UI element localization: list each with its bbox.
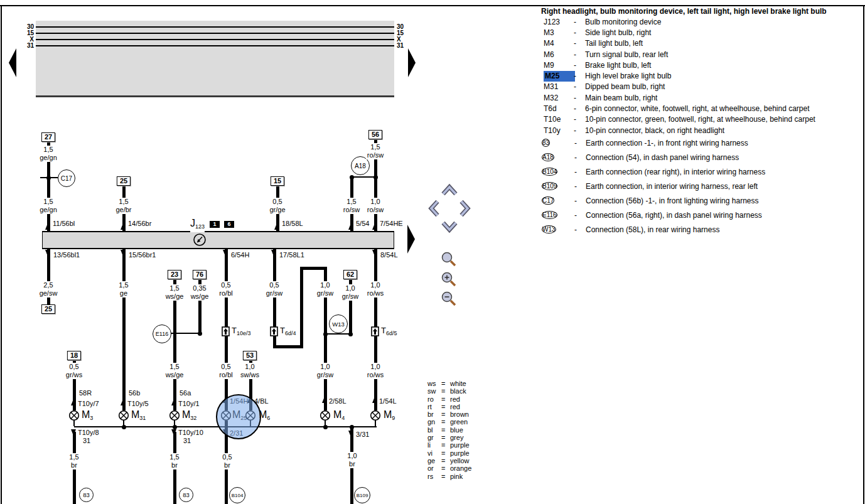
legend-row-83[interactable]: 83-Earth connection -1-, in front right … (541, 136, 864, 150)
bulb-m9-icon[interactable] (370, 410, 381, 421)
terminal-box-23[interactable]: 23 (168, 270, 181, 279)
bulb-m9-label: M9 (384, 409, 395, 424)
color-key-row: gn=green (427, 418, 471, 426)
terminal-label: 3/31 (355, 431, 370, 438)
legend-row-e116[interactable]: E116-Connection (56a, right), in dash pa… (541, 208, 864, 222)
terminal-box-53[interactable]: 53 (243, 351, 257, 360)
legend-row-m32[interactable]: M32-Main beam bulb, right (541, 92, 864, 103)
wire-label: 1,5ws/ge (164, 284, 185, 301)
legend-row-m25-selected[interactable]: M25-High level brake light bulb (541, 70, 864, 81)
legend-row-t10e[interactable]: T10e-10-pin connector, green, footwell, … (541, 114, 864, 125)
bulb-check-icon (193, 233, 207, 247)
wire-label: 0,35ws/ge (190, 284, 210, 301)
legend-row-j123[interactable]: J123-Bulb monitoring device (541, 16, 864, 27)
busbar-label-31-right: 31 (397, 42, 404, 49)
legend-row-m4[interactable]: M4-Tail light bulb, left (541, 38, 864, 49)
connector-t6d4-icon (270, 326, 278, 336)
page-right-arrow[interactable] (408, 48, 416, 77)
pin-label: 7/54HE (379, 220, 404, 227)
arrow-up-icon (274, 223, 279, 230)
arrow-up-icon (372, 397, 377, 403)
terminal-box-25-top[interactable]: 25 (117, 176, 131, 186)
arrow-down-icon (71, 429, 76, 436)
wire-label: 1,5ge/gn (38, 198, 58, 214)
pan-control[interactable] (427, 183, 472, 233)
connection-w13-circle: W13 (542, 225, 556, 233)
bulb-m3-icon[interactable] (68, 410, 80, 421)
legend-row-t10y[interactable]: T10y-10-pin connector, black, on right h… (541, 125, 864, 136)
legend-row-m9[interactable]: M9-Brake light bulb, left (541, 60, 864, 70)
terminal-label: T10y/1 (178, 400, 200, 407)
connector-t6d4-label: T6d/4 (279, 326, 296, 338)
earth-83-circle[interactable]: 83 (179, 488, 193, 502)
color-key-row: sw=black (427, 387, 471, 395)
busbar-line-31 (36, 45, 394, 46)
zoom-out-icon[interactable] (441, 291, 457, 307)
color-key-row: ge=yellow (427, 457, 471, 464)
connector-t6d5-icon (371, 326, 379, 336)
m25-highlight-circle (216, 394, 261, 439)
bulb-m31-icon[interactable] (118, 410, 129, 421)
arrow-up-icon (121, 399, 126, 405)
terminal-box-18[interactable]: 18 (67, 351, 81, 360)
pin-label: 5/54 (355, 220, 370, 227)
legend-row-m6[interactable]: M6-Turn signal bulb, rear left (541, 49, 864, 60)
earth-b104-circle[interactable]: B104 (229, 487, 245, 503)
legend-row-b104[interactable]: B104-Earth connection (rear right), in i… (541, 164, 864, 179)
color-key-row: li=purple (427, 441, 471, 449)
arrow-down-icon (372, 250, 377, 256)
terminal-box-76[interactable]: 76 (193, 270, 207, 279)
wire-label: 1,5ws/ge (164, 363, 185, 379)
zoom-in-icon[interactable] (441, 271, 457, 287)
legend-row-b109[interactable]: B109-Earth connection, in interior wirin… (541, 179, 864, 193)
bar-continuation-arrow[interactable] (407, 225, 415, 254)
pin-label: 14/56br (127, 220, 152, 227)
arrow-down-icon (271, 250, 276, 256)
wire-label: 1,5ge (117, 281, 129, 298)
arrow-down-icon (171, 429, 176, 436)
wire-label: 1,5br (168, 453, 180, 469)
bulb-m4-icon[interactable] (320, 410, 331, 421)
page-left-arrow[interactable] (9, 48, 16, 77)
connection-c17[interactable]: C17 (58, 169, 75, 187)
junction-dot (323, 332, 328, 336)
wire-label: 1,5ge/gn (38, 146, 58, 162)
bulb-m32-icon[interactable] (169, 410, 180, 421)
legend-row-t6d[interactable]: T6d-6-pin connector, white, footwell, ri… (541, 103, 864, 114)
pan-up-icon (443, 187, 456, 194)
color-key-row: rs=pink (427, 473, 471, 480)
wire-label: 1,0ro/sw (366, 198, 385, 214)
terminal-label: 31 (183, 437, 191, 444)
zoom-tool-icon[interactable] (441, 251, 457, 267)
terminal-box-27[interactable]: 27 (41, 132, 55, 142)
wire-bend (300, 267, 326, 270)
color-key-row: or=orange (427, 464, 471, 472)
wire-label: 1,0br (346, 452, 358, 468)
j123-device-label[interactable]: J123 (190, 218, 205, 232)
earth-b109-circle: B109 (542, 182, 557, 190)
earth-83-circle[interactable]: 83 (79, 488, 94, 502)
terminal-box-62[interactable]: 62 (343, 270, 357, 279)
legend-row-m3[interactable]: M3-Side light bulb, right (541, 27, 864, 38)
wire-label: 0,5gr/sw (265, 281, 284, 298)
wire (122, 249, 126, 410)
junction-dot (350, 425, 354, 429)
legend-row-w13[interactable]: W13-Connection (58L), in rear wiring har… (541, 222, 864, 237)
terminal-box-15[interactable]: 15 (271, 176, 284, 186)
terminal-box-25-mid[interactable]: 25 (41, 304, 55, 314)
terminal-box-56[interactable]: 56 (368, 130, 382, 139)
connection-e116[interactable]: E116 (153, 324, 171, 343)
m25-selection-highlight: M25 (544, 71, 575, 82)
pan-left-icon (431, 201, 438, 215)
wire-label: 2,5ge/sw (38, 281, 59, 298)
legend-row-c17[interactable]: C17-Connection (56b) -1-, in front light… (541, 193, 864, 208)
arrow-down-icon (121, 250, 126, 256)
component-legend: Right headlight, bulb monitoring device,… (541, 6, 864, 237)
j123-bar[interactable] (42, 231, 394, 249)
earth-b109-circle[interactable]: B109 (354, 487, 370, 503)
legend-row-m31[interactable]: M31-Dipped beam bulb, right (541, 82, 864, 92)
busbar-line-30 (36, 26, 394, 28)
legend-row-a18[interactable]: A18-Connection (54), in dash panel wirin… (541, 150, 864, 164)
connection-w13[interactable]: W13 (329, 314, 348, 333)
pan-down-icon (443, 223, 456, 230)
